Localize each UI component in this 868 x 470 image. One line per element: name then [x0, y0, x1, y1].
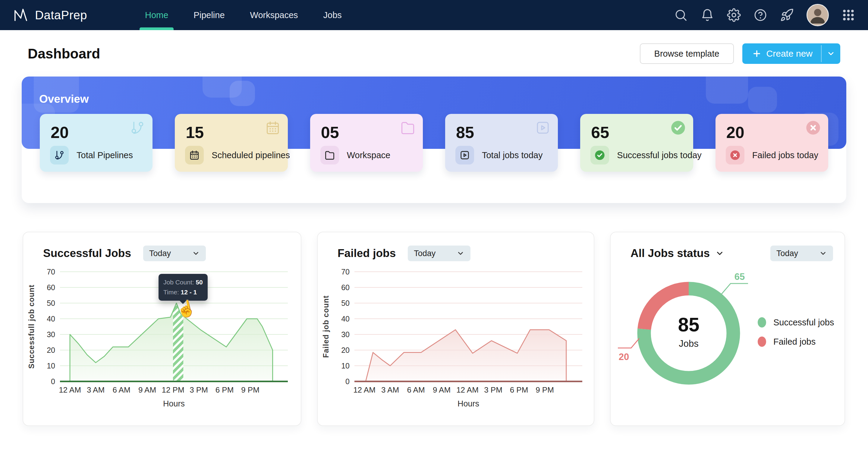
- stat-label: Total jobs today: [482, 150, 543, 160]
- legend-dot: [758, 317, 766, 327]
- failed-jobs-chart[interactable]: 01020304050607012 AM3 AM6 AM9 AM12 AM3 P…: [318, 268, 596, 411]
- legend-label: Failed jobs: [773, 337, 815, 347]
- svg-text:70: 70: [47, 268, 55, 276]
- launcher-icon[interactable]: [780, 8, 794, 22]
- stat-caption: Workspace: [320, 146, 391, 164]
- overview-section: Overview 20Total Pipelines15Scheduled pi…: [22, 76, 846, 203]
- stat-value: 85: [456, 123, 547, 142]
- svg-text:12 AM: 12 AM: [59, 385, 81, 395]
- svg-text:70: 70: [341, 268, 350, 276]
- successful-jobs-title: Successful Jobs: [43, 247, 131, 260]
- successful-jobs-range-select[interactable]: Today: [143, 246, 206, 261]
- svg-text:20: 20: [47, 346, 55, 354]
- stat-label: Scheduled pipelines: [212, 150, 290, 160]
- settings-icon[interactable]: [727, 8, 741, 22]
- svg-text:60: 60: [341, 283, 350, 292]
- help-icon[interactable]: [753, 8, 767, 22]
- range-value: Today: [776, 249, 798, 258]
- svg-text:Successfull job count: Successfull job count: [27, 284, 36, 369]
- search-icon[interactable]: [674, 8, 688, 22]
- create-new-dropdown-button[interactable]: [822, 43, 840, 64]
- create-new-main[interactable]: Create new: [742, 43, 821, 64]
- nav-item-pipeline[interactable]: Pipeline: [181, 0, 237, 30]
- failed-jobs-title: Failed jobs: [338, 247, 396, 260]
- svg-text:65: 65: [735, 272, 745, 282]
- apps-grid-icon[interactable]: [841, 8, 855, 22]
- failed-jobs-header: Failed jobs Today: [318, 232, 594, 261]
- folder-icon: [400, 120, 415, 135]
- plus-icon: [752, 49, 762, 58]
- svg-text:3 PM: 3 PM: [190, 385, 208, 395]
- svg-text:3 AM: 3 AM: [381, 385, 399, 395]
- banner-decoration: [748, 87, 777, 113]
- overview-cards: 20Total Pipelines15Scheduled pipelines05…: [40, 114, 828, 172]
- svg-text:9 PM: 9 PM: [535, 385, 554, 395]
- svg-text:3 AM: 3 AM: [87, 385, 104, 395]
- stat-caption: Successful jobs today: [590, 146, 701, 164]
- stat-label: Workspace: [347, 150, 391, 160]
- page-title: Dashboard: [28, 45, 100, 62]
- svg-text:30: 30: [47, 330, 55, 339]
- browse-template-button[interactable]: Browse template: [640, 43, 734, 64]
- svg-text:50: 50: [341, 299, 350, 307]
- legend-dot: [758, 337, 766, 347]
- check-icon: [670, 120, 686, 135]
- stat-value: 65: [591, 123, 682, 142]
- svg-text:50: 50: [47, 299, 55, 307]
- play-icon: [535, 120, 551, 135]
- nav-item-home[interactable]: Home: [132, 0, 181, 30]
- stat-card-scheduled-pipelines: 15Scheduled pipelines: [175, 114, 287, 172]
- legend-item-failed-jobs[interactable]: Failed jobs: [758, 337, 834, 347]
- pipeline-icon: [130, 120, 145, 135]
- create-new-label: Create new: [767, 49, 812, 59]
- svg-text:6 PM: 6 PM: [216, 385, 234, 395]
- svg-text:Hours: Hours: [458, 399, 479, 408]
- dataprep-logo-icon: [13, 7, 29, 23]
- stat-value: 20: [726, 123, 817, 142]
- legend-item-successful-jobs[interactable]: Successful jobs: [758, 317, 834, 327]
- brand[interactable]: DataPrep: [13, 7, 87, 23]
- svg-text:10: 10: [47, 362, 55, 370]
- calendar-icon: [265, 120, 281, 135]
- user-avatar[interactable]: [807, 4, 829, 26]
- svg-text:6 PM: 6 PM: [510, 385, 528, 395]
- svg-text:40: 40: [341, 315, 350, 323]
- tooltip-row-time: Time: 12 - 1: [163, 287, 203, 297]
- tooltip-row-job-count: Job Count: 50: [163, 278, 203, 287]
- x-badge-icon: [726, 146, 744, 164]
- svg-text:9 AM: 9 AM: [138, 385, 156, 395]
- banner-decoration: [230, 81, 255, 106]
- total-jobs-value: 85: [652, 314, 725, 336]
- calendar-badge-icon: [185, 146, 204, 164]
- top-nav: DataPrep HomePipelineWorkspacesJobs: [0, 0, 868, 30]
- create-new-button[interactable]: Create new: [742, 43, 840, 64]
- svg-text:Failed job count: Failed job count: [321, 295, 330, 358]
- svg-text:9 AM: 9 AM: [433, 385, 451, 395]
- stat-card-failed-jobs-today: 20Failed jobs today: [715, 114, 828, 172]
- nav-item-workspaces[interactable]: Workspaces: [238, 0, 311, 30]
- nav-actions: [674, 4, 855, 26]
- svg-text:10: 10: [341, 362, 350, 370]
- stat-value: 15: [186, 123, 277, 142]
- brand-name: DataPrep: [35, 8, 87, 22]
- nav-item-jobs[interactable]: Jobs: [311, 0, 354, 30]
- stat-card-workspace: 05Workspace: [310, 114, 423, 172]
- stat-label: Total Pipelines: [76, 150, 133, 160]
- stat-caption: Total Pipelines: [50, 146, 133, 164]
- failed-jobs-range-select[interactable]: Today: [408, 246, 470, 261]
- legend-label: Successful jobs: [773, 318, 834, 327]
- chevron-down-icon[interactable]: [715, 249, 724, 258]
- stat-caption: Failed jobs today: [726, 146, 818, 164]
- chart-tooltip: Job Count: 50 Time: 12 - 1: [158, 274, 208, 301]
- stat-card-total-jobs-today: 85Total jobs today: [445, 114, 558, 172]
- chevron-down-icon: [192, 249, 200, 257]
- svg-text:9 PM: 9 PM: [241, 385, 259, 395]
- stat-value: 20: [51, 123, 142, 142]
- svg-text:Hours: Hours: [163, 399, 185, 408]
- stat-label: Failed jobs today: [752, 150, 818, 160]
- all-jobs-range-select[interactable]: Today: [770, 246, 833, 261]
- svg-text:30: 30: [341, 330, 350, 339]
- notifications-icon[interactable]: [701, 8, 714, 22]
- main-content: Dashboard Browse template Create new Ove…: [0, 43, 868, 426]
- svg-text:0: 0: [345, 377, 350, 386]
